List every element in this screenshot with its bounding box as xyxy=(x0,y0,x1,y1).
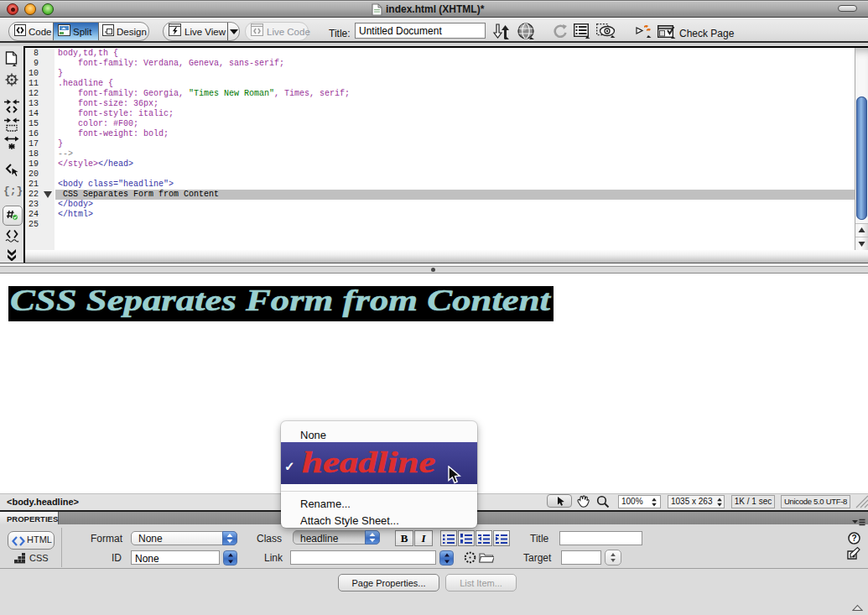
svg-text:?: ? xyxy=(851,534,856,543)
